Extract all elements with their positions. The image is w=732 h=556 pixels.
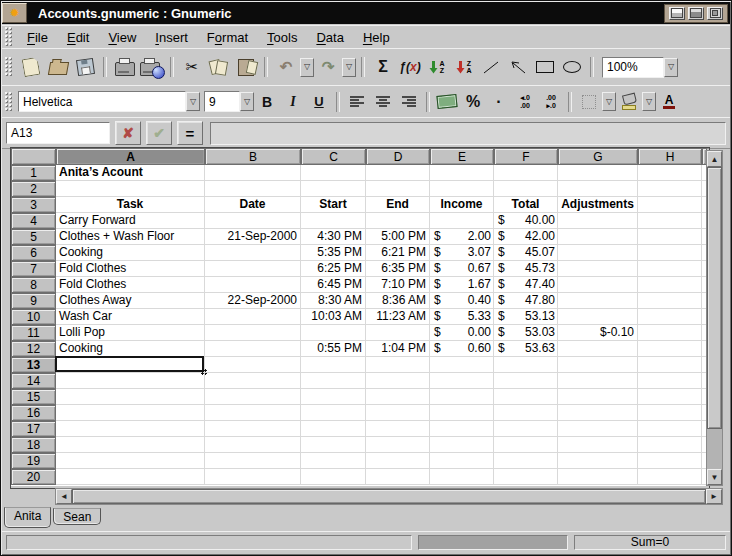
cell-D15[interactable] (366, 389, 430, 405)
cell-B20[interactable] (205, 469, 301, 485)
row-header-13[interactable]: 13 (11, 357, 56, 373)
row-header-18[interactable]: 18 (11, 437, 56, 453)
cell-E6[interactable]: $3.07 (430, 245, 494, 261)
column-header-E[interactable]: E (430, 148, 494, 165)
cell-F17[interactable] (494, 421, 558, 437)
cell-A6[interactable]: Cooking (56, 245, 205, 261)
cell-G8[interactable] (558, 277, 638, 293)
cell-F8[interactable]: $47.40 (494, 277, 558, 293)
cell-C4[interactable] (301, 213, 366, 229)
row-header-17[interactable]: 17 (11, 421, 56, 437)
cell-D5[interactable]: 5:00 PM (366, 229, 430, 245)
cell-F6[interactable]: $45.07 (494, 245, 558, 261)
row-header-9[interactable]: 9 (11, 293, 56, 309)
cell-C13[interactable] (301, 357, 366, 373)
cell-A16[interactable] (56, 405, 205, 421)
cell-E17[interactable] (430, 421, 494, 437)
fill-color-dropdown[interactable]: ▽ (642, 92, 656, 111)
cell-A7[interactable]: Fold Clothes (56, 261, 205, 277)
print-preview-button[interactable] (139, 54, 165, 80)
cell-C10[interactable]: 10:03 AM (301, 309, 366, 325)
sort-descending-button[interactable]: ZA (451, 54, 477, 80)
align-right-button[interactable] (396, 89, 422, 115)
cell-B6[interactable] (205, 245, 301, 261)
cell-H5[interactable] (638, 229, 702, 245)
cell-B12[interactable] (205, 341, 301, 357)
cell-B10[interactable] (205, 309, 301, 325)
row-header-6[interactable]: 6 (11, 245, 56, 261)
horizontal-scrollbar-thumb[interactable] (72, 489, 706, 504)
draw-rectangle-button[interactable] (532, 54, 558, 80)
close-button[interactable] (707, 7, 723, 20)
cell-F3[interactable]: Total (494, 197, 558, 213)
cell-F12[interactable]: $53.63 (494, 341, 558, 357)
cancel-edit-button[interactable]: ✘ (115, 121, 141, 145)
cell-A17[interactable] (56, 421, 205, 437)
cell-C19[interactable] (301, 453, 366, 469)
borders-dropdown[interactable]: ▽ (602, 92, 616, 111)
row-header-8[interactable]: 8 (11, 277, 56, 293)
cell-H13[interactable] (638, 357, 702, 373)
cell-G18[interactable] (558, 437, 638, 453)
cell-A13[interactable] (56, 357, 205, 373)
cell-F5[interactable]: $42.00 (494, 229, 558, 245)
open-folder-button[interactable] (45, 54, 71, 80)
cell-C5[interactable]: 4:30 PM (301, 229, 366, 245)
cell-G13[interactable] (558, 357, 638, 373)
cell-G12[interactable] (558, 341, 638, 357)
cell-F18[interactable] (494, 437, 558, 453)
italic-button[interactable]: I (280, 89, 306, 115)
menu-bar-grip[interactable] (5, 27, 13, 47)
cell-reference-box[interactable]: A13 (6, 122, 110, 144)
menu-help[interactable]: Help (354, 28, 399, 47)
cell-A4[interactable]: Carry Forward (56, 213, 205, 229)
cell-G11[interactable]: $-0.10 (558, 325, 638, 341)
column-header-B[interactable]: B (205, 148, 301, 165)
cell-A20[interactable] (56, 469, 205, 485)
row-header-10[interactable]: 10 (11, 309, 56, 325)
column-header-H[interactable]: H (638, 148, 702, 165)
new-file-button[interactable] (18, 54, 44, 80)
cell-G16[interactable] (558, 405, 638, 421)
cell-B14[interactable] (205, 373, 301, 389)
scroll-down-button[interactable]: ▼ (707, 469, 722, 485)
undo-button[interactable]: ↶ (273, 54, 299, 80)
scroll-up-button[interactable]: ▲ (707, 151, 722, 167)
cell-G6[interactable] (558, 245, 638, 261)
cell-B13[interactable] (205, 357, 301, 373)
cell-E3[interactable]: Income (430, 197, 494, 213)
font-color-button[interactable]: A (656, 89, 682, 115)
sheet-tab-anita[interactable]: Anita (4, 507, 51, 528)
cell-D8[interactable]: 7:10 PM (366, 277, 430, 293)
cell-E20[interactable] (430, 469, 494, 485)
align-center-button[interactable] (370, 89, 396, 115)
cell-A18[interactable] (56, 437, 205, 453)
cell-D1[interactable] (366, 165, 430, 181)
cell-A5[interactable]: Clothes + Wash Floor (56, 229, 205, 245)
cell-B7[interactable] (205, 261, 301, 277)
cell-G19[interactable] (558, 453, 638, 469)
cell-G2[interactable] (558, 181, 638, 197)
function-button[interactable]: ƒ(x) (397, 54, 423, 80)
cell-A1[interactable]: Anita’s Acount (56, 165, 205, 181)
cell-H2[interactable] (638, 181, 702, 197)
cell-F19[interactable] (494, 453, 558, 469)
sheet-tab-sean[interactable]: Sean (53, 508, 101, 525)
cell-E10[interactable]: $5.33 (430, 309, 494, 325)
scroll-right-button[interactable]: ► (706, 489, 722, 504)
font-size-dropdown[interactable]: ▽ (240, 92, 254, 111)
standard-toolbar-grip[interactable] (5, 57, 13, 77)
cell-D7[interactable]: 6:35 PM (366, 261, 430, 277)
cell-F7[interactable]: $45.73 (494, 261, 558, 277)
cell-A14[interactable] (56, 373, 205, 389)
row-header-19[interactable]: 19 (11, 453, 56, 469)
cell-C3[interactable]: Start (301, 197, 366, 213)
horizontal-scrollbar[interactable]: ◄ ► (55, 488, 723, 505)
cell-H4[interactable] (638, 213, 702, 229)
menu-edit[interactable]: Edit (58, 28, 98, 47)
format-toolbar-grip[interactable] (5, 92, 13, 112)
cell-E14[interactable] (430, 373, 494, 389)
align-left-button[interactable] (344, 89, 370, 115)
cell-F13[interactable] (494, 357, 558, 373)
menu-data[interactable]: Data (307, 28, 352, 47)
